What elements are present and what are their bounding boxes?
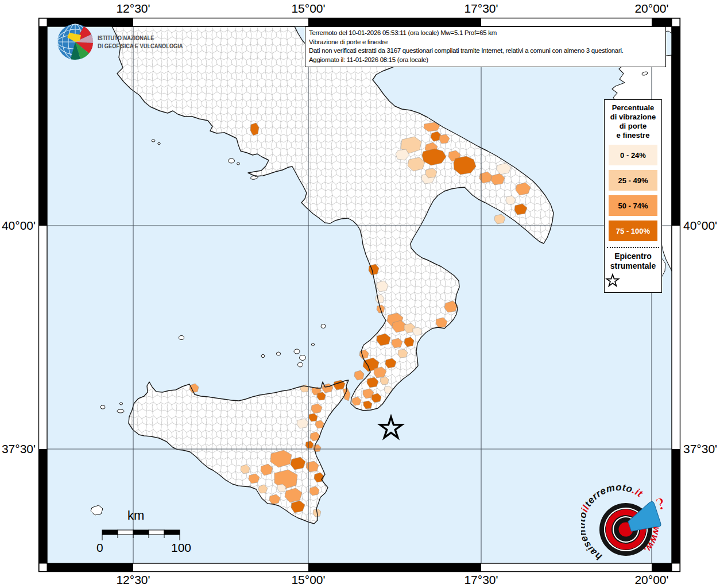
ingv-name-line2: DI GEOFISICA E VULCANOLOGIA (98, 42, 183, 50)
lat-label-right-1: 40°00' (683, 219, 717, 233)
event-subtitle: Vibrazione di porte e finestre (309, 38, 662, 47)
haisentito-logo: ? haisentitoilterremoto.itwww. (581, 483, 679, 575)
legend-title-line: e finestre (605, 131, 661, 140)
event-data-note: Dati non verificati estratti da 3167 que… (309, 47, 662, 56)
event-info-box: Terremoto del 10-01-2026 05:53:11 (ora l… (305, 26, 666, 67)
ingv-globe-icon (56, 23, 94, 61)
lon-label-top-3: 17°30' (464, 2, 498, 16)
event-title: Terremoto del 10-01-2026 05:53:11 (ora l… (309, 29, 662, 38)
scale-unit-label: km (127, 508, 144, 523)
legend-class-25-49: 25 - 49% (609, 170, 657, 191)
map-page: 12°30' 15°00' 17°30' 20°00' 12°30' 15°00… (0, 0, 720, 588)
legend-class-75-100: 75 - 100% (609, 220, 657, 241)
ingv-name-line1: ISTITUTO NAZIONALE (98, 34, 183, 42)
legend-title-line: Percentuale (605, 103, 661, 113)
lon-label-bottom-2: 15°00' (291, 573, 325, 587)
legend-epicenter-label: Epicentro (605, 252, 661, 261)
lat-label-left-2: 37°30' (0, 442, 36, 456)
scale-max-label: 100 (171, 541, 191, 555)
ingv-logo: ISTITUTO NAZIONALE DI GEOFISICA E VULCAN… (56, 23, 199, 61)
lat-label-left-1: 40°00' (0, 219, 36, 233)
map-canvas (47, 26, 672, 563)
legend-divider (607, 247, 659, 248)
lon-label-top-4: 20°00' (634, 2, 668, 16)
lat-label-right-2: 37°30' (683, 442, 717, 456)
lon-label-bottom-1: 12°30' (116, 573, 150, 587)
legend-star-icon (605, 273, 621, 289)
lon-label-bottom-3: 17°30' (464, 573, 498, 587)
legend-title-line: di porte (605, 122, 661, 131)
legend-box: Percentuale di vibrazione di porte e fin… (604, 99, 662, 293)
legend-class-50-74: 50 - 74% (609, 195, 657, 216)
scale-min-label: 0 (96, 541, 103, 555)
legend-title-line: di vibrazione (605, 113, 661, 122)
legend-class-0-24: 0 - 24% (609, 145, 657, 165)
lon-label-top-1: 12°30' (116, 2, 150, 16)
lon-label-top-2: 15°00' (291, 2, 325, 16)
legend-epicenter-label: strumentale (605, 261, 661, 271)
event-updated: Aggiornato il: 11-01-2026 08:15 (ora loc… (309, 56, 662, 65)
